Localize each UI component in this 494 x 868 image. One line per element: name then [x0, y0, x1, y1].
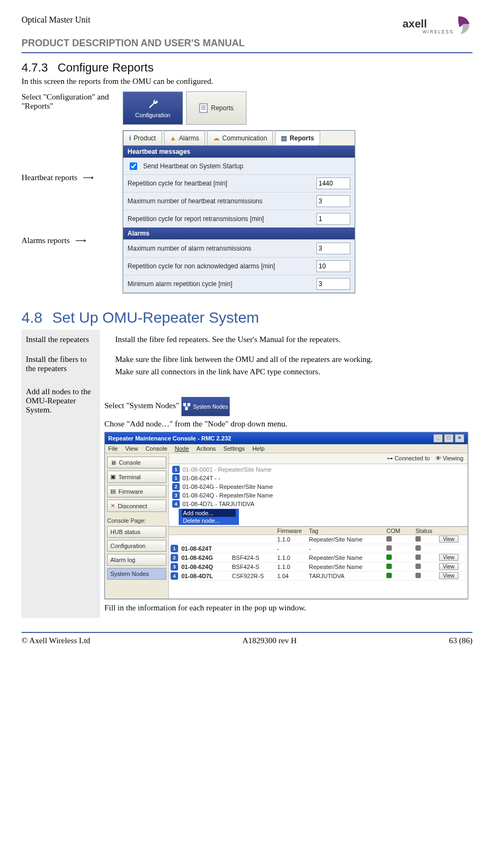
side-firmware[interactable]: ▤Firmware [107, 485, 166, 497]
cell-model: BSF424-S [232, 564, 275, 570]
svg-rect-2 [200, 104, 207, 112]
view-button[interactable]: View [439, 536, 458, 543]
input-al-max-retrans[interactable] [316, 243, 350, 254]
heartbeat-reports-text: Heartbeat reports [22, 173, 77, 182]
dd-delete-node[interactable]: Delete node... [182, 517, 236, 524]
tab-product[interactable]: iProduct [123, 131, 162, 145]
node-list-item[interactable]: 301-08-624Q - Repeater/Site Name [171, 491, 465, 500]
node-list-item[interactable]: 401-08-4D7L - TARJUTIDVA [171, 500, 465, 508]
chip-icon: ▤ [110, 488, 116, 495]
led-icon [386, 564, 392, 569]
table-head: Firmware Tag COM Status [169, 527, 468, 535]
page-footer: © Axell Wireless Ltd A1829300 rev H 63 (… [22, 632, 472, 645]
step3-label: Add all nodes to the OMU-Repeater System… [22, 382, 100, 618]
menu-help[interactable]: Help [252, 445, 265, 452]
view-button[interactable]: View [439, 572, 458, 579]
configuration-button[interactable]: Configuration [123, 91, 183, 125]
cell-tag: Repeater/Site Name [309, 554, 384, 561]
row-al-rep-non-ack: Repetition cycle for non acknowledged al… [123, 257, 355, 275]
screenshot-reports-panel: iProduct ▲Alarms ☁Communication ▤Reports… [123, 130, 355, 293]
svg-rect-8 [185, 408, 187, 410]
viewing-label: 👁 Viewing [435, 455, 463, 462]
tab-label: Communication [222, 134, 267, 142]
side-disconnect[interactable]: ⨯Disconnect [107, 500, 166, 512]
doc-title-line2: PRODUCT DESCRIPTION AND USER'S MANUAL [22, 38, 472, 49]
side-terminal[interactable]: ▣Terminal [107, 471, 166, 483]
row-hb-rep-cycle: Repetition cycle for heartbeat [min] [123, 174, 355, 192]
reports-button[interactable]: Reports [186, 91, 246, 125]
rmc-main-table: Firmware Tag COM Status 1.1.0Repeater/Si… [169, 527, 468, 599]
col-status: Status [415, 528, 437, 534]
footer-right: 63 (86) [449, 636, 472, 645]
node-list-text: 01-08-624G - Repeater/Site Name [182, 483, 273, 490]
svg-text:axell: axell [403, 18, 427, 30]
node-list-item[interactable]: 101-08-0001 - Repeater/Site Name [171, 465, 465, 474]
svg-rect-7 [187, 403, 189, 405]
cell-status [415, 545, 437, 552]
cell-com [386, 554, 413, 561]
console-page-label: Console Page: [107, 517, 166, 524]
table-row: 301-08-624QBSF424-S1.1.0Repeater/Site Na… [169, 563, 468, 572]
minimize-button[interactable]: _ [433, 434, 443, 443]
menu-console[interactable]: Console [145, 445, 167, 452]
step2-body-b: Make sure all connectors in the link hav… [115, 367, 468, 376]
side-hub-status[interactable]: HUB status [107, 526, 166, 538]
node-number-badge: 4 [171, 572, 178, 580]
tab-label: Reports [290, 134, 314, 142]
tab-alarms[interactable]: ▲Alarms [164, 131, 205, 145]
step3-body: Select "System Nodes" System Nodes Chose… [100, 382, 472, 618]
dd-add-node[interactable]: Add node... [182, 509, 236, 517]
menu-view[interactable]: View [125, 445, 138, 452]
cell-firmware: 1.04 [277, 573, 307, 579]
cell-status [415, 536, 437, 543]
view-button[interactable]: View [439, 554, 458, 561]
cell-firmware: 1.1.0 [277, 536, 307, 543]
close-button[interactable]: × [455, 434, 464, 443]
node-list-text: 01-08-624Q - Repeater/Site Name [182, 492, 273, 499]
node-list-item[interactable]: 201-08-624G - Repeater/Site Name [171, 482, 465, 491]
node-number-badge: 4 [172, 500, 180, 508]
tab-reports[interactable]: ▤Reports [275, 131, 320, 145]
heading-text: Configure Reports [58, 61, 154, 74]
doc-title-line1: Optical Master Unit [22, 15, 90, 25]
rmc-window-title: Repeater Maintenance Console - RMC 2.232 [108, 435, 231, 442]
rmc-sidebar: 🖥Console ▣Terminal ▤Firmware ⨯Disconnect… [105, 453, 169, 599]
menu-actions[interactable]: Actions [196, 445, 216, 452]
rmc-window-title-bar: Repeater Maintenance Console - RMC 2.232… [105, 432, 468, 444]
cell-com [386, 536, 413, 543]
menu-file[interactable]: File [108, 445, 118, 452]
cell-tag: Repeater/Site Name [309, 564, 384, 570]
cell-firmware: - [277, 545, 307, 552]
side-label: Configuration [110, 543, 145, 549]
menu-node[interactable]: Node [175, 445, 189, 452]
wrench-icon [147, 98, 159, 110]
input-al-rep-non-ack[interactable] [316, 260, 350, 272]
node-list-item[interactable]: 101-08-624T - - [171, 474, 465, 482]
alarms-reports-label: Alarms reports ⟶ [22, 236, 118, 245]
system-nodes-button[interactable]: System Nodes [181, 397, 230, 416]
side-configuration[interactable]: Configuration [107, 540, 166, 552]
input-hb-rep-cycle[interactable] [316, 177, 350, 189]
tab-communication[interactable]: ☁Communication [207, 131, 273, 145]
checkbox-send-heartbeat[interactable] [130, 162, 137, 170]
input-hb-rep-retrans[interactable] [316, 213, 350, 225]
side-alarm-log[interactable]: Alarm log [107, 554, 166, 566]
row-hb-rep-retrans: Repetition cycle for report retransmissi… [123, 210, 355, 227]
label-al-min-rep: Minimum alarm repetition cycle [min] [128, 280, 312, 288]
footer-left: © Axell Wireless Ltd [22, 636, 90, 645]
step2-body-a: Make sure the fibre link between the OMU… [115, 355, 468, 364]
view-button[interactable]: View [439, 563, 458, 570]
input-al-min-rep[interactable] [316, 278, 350, 290]
maximize-button[interactable]: □ [444, 434, 454, 443]
led-icon [415, 573, 421, 578]
side-console[interactable]: 🖥Console [107, 457, 166, 468]
arrow-right-icon: ⟶ [72, 236, 86, 245]
reports-button-label: Reports [211, 104, 234, 112]
menu-settings[interactable]: Settings [223, 445, 245, 452]
node-number-badge: 1 [172, 474, 180, 482]
svg-text:WIRELESS: WIRELESS [422, 29, 454, 34]
footer-center: A1829300 rev H [243, 636, 297, 645]
input-hb-max-retrans[interactable] [316, 195, 350, 207]
cell-status [415, 573, 437, 579]
side-system-nodes[interactable]: System Nodes [107, 568, 166, 580]
